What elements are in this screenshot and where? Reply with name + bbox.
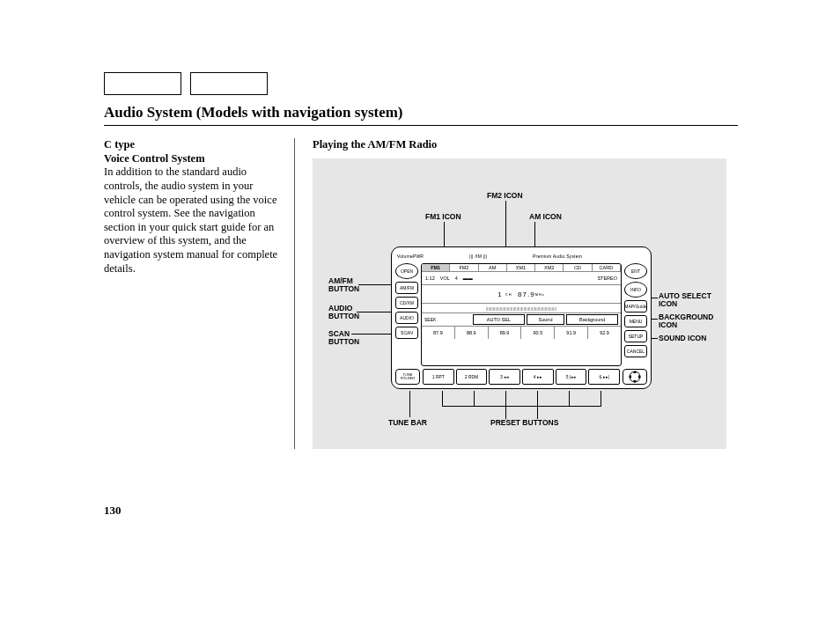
body-text: In addition to the standard audio contro… (104, 165, 284, 276)
right-column: Playing the AM/FM Radio FM2 ICON FM1 ICO… (313, 138, 738, 449)
sound-icon-label: SOUND ICON (659, 335, 706, 342)
ch-label: CH (505, 292, 512, 297)
tab-xm1: XM1 (507, 264, 535, 271)
tune-bar: ||||||||||||||||||||||||||||||||||||||||… (422, 304, 621, 313)
leader (537, 391, 538, 419)
map-button: MAP/Guide (624, 300, 647, 312)
display-screen: FM1 FM2 AM XM1 XM2 CD CARD 1:12 VOL (421, 263, 622, 366)
hw-preset-6: 6 ▸▸| (588, 369, 620, 385)
tab-fm2: FM2 (450, 264, 478, 271)
preset-6: 92.9 (588, 327, 621, 339)
preset-2: 88.9 (455, 327, 489, 339)
leader (442, 406, 601, 407)
unit-header: VolumePWR ||| XM ||| Premium Audio Syste… (395, 251, 647, 261)
top-tab-2 (190, 72, 268, 95)
leader (505, 391, 506, 419)
background-icon-label: BACKGROUND ICON (659, 313, 713, 330)
preset-1: 87.9 (422, 327, 455, 339)
ch-value: 1 (497, 290, 502, 298)
preset-3: 89.9 (489, 327, 522, 339)
leader (474, 391, 475, 407)
hw-preset-4: 4 ▸▸ (522, 369, 554, 385)
fm1-icon-label: FM1 ICON (425, 213, 461, 221)
page-title: Audio System (Models with navigation sys… (104, 104, 738, 126)
left-column: C type Voice Control System In addition … (104, 138, 295, 449)
joystick (623, 369, 647, 385)
head-unit: VolumePWR ||| XM ||| Premium Audio Syste… (391, 246, 652, 389)
tab-am: AM (479, 264, 507, 271)
leader (442, 391, 443, 407)
hw-presets: 1 RPT 2 RDM 3 ◂◂ 4 ▸▸ 5 |◂◂ 6 ▸▸| (423, 369, 620, 385)
fm2-icon-label: FM2 ICON (487, 192, 523, 200)
vol-value: 4 (455, 276, 458, 281)
joystick-icon (628, 370, 642, 384)
illustration-area: FM2 ICON FM1 ICON AM ICON AM/FM BUTTON A… (313, 158, 726, 449)
leader (357, 312, 394, 312)
tab-card: CARD (593, 264, 621, 271)
tab-cd: CD (564, 264, 592, 271)
left-side-col: OPEN AM/FM CD/XM AUDIO SCAN (395, 263, 418, 366)
auto-select-icon-label: AUTO SELECT ICON (659, 292, 711, 309)
scan-button: SCAN (395, 327, 418, 339)
band-tabs: FM1 FM2 AM XM1 XM2 CD CARD (422, 264, 621, 272)
preset-row: 87.9 88.9 89.9 90.5 91.9 92.9 (422, 327, 621, 339)
leader (351, 334, 394, 335)
hw-preset-5: 5 |◂◂ (556, 369, 587, 385)
leader (601, 391, 601, 407)
time-value: 1:12 (425, 276, 435, 281)
background-icon: Background (566, 314, 618, 325)
audio-button: AUDIO (395, 312, 418, 324)
leader (569, 391, 570, 407)
am-icon-label: AM ICON (529, 213, 562, 221)
leader (358, 284, 394, 285)
info-row: 1:12 VOL 4 ▬▬ STEREO (422, 272, 621, 285)
xm-label: ||| XM ||| (469, 254, 487, 259)
tune-knob: TUNE FOLDER (395, 369, 420, 385)
stereo-label: STEREO (597, 276, 617, 281)
hw-preset-1: 1 RPT (423, 369, 454, 385)
scan-button-label: SCAN BUTTON (328, 330, 359, 347)
preset-buttons-label: PRESET BUTTONS (490, 419, 558, 427)
setup-button: SETUP (624, 330, 647, 342)
voice-control-heading: Voice Control System (104, 152, 284, 166)
tab-fm1: FM1 (422, 264, 450, 271)
cdxm-button: CD/XM (395, 297, 418, 309)
page-number: 130 (104, 504, 122, 518)
auto-sel-icon: AUTO SEL (473, 314, 525, 325)
freq-unit: MHz (535, 292, 545, 297)
sound-icon: Sound (527, 314, 565, 325)
premium-audio-label: Premium Audio System (533, 254, 582, 259)
hw-preset-3: 3 ◂◂ (489, 369, 520, 385)
cancel-button: CANCEL (624, 345, 647, 357)
freq-value: 87.9 (518, 290, 535, 298)
top-tab-1 (104, 72, 181, 95)
ent-button: ENT (624, 263, 647, 279)
open-button: OPEN (395, 263, 418, 279)
right-side-col: ENT INFO MAP/Guide MENU SETUP CANCEL (624, 263, 647, 366)
tab-xm2: XM2 (535, 264, 564, 271)
vol-label: VOL (440, 276, 450, 281)
info-button: INFO (624, 282, 647, 298)
tune-bar-label: TUNE BAR (388, 419, 427, 427)
ctype-heading: C type (104, 138, 284, 152)
hw-preset-2: 2 RDM (456, 369, 488, 385)
amfm-button: AM/FM (395, 282, 418, 294)
freq-row: 1 CH 87.9 MHz (422, 285, 621, 304)
seek-row: SEEK AUTO SEL Sound Background (422, 313, 621, 327)
menu-button: MENU (624, 315, 647, 327)
amfm-button-label: AM/FM BUTTON (328, 277, 359, 294)
audio-button-label: AUDIO BUTTON (328, 305, 359, 321)
vol-pwr-label: VolumePWR (397, 254, 424, 259)
seek-label: SEEK (424, 317, 436, 322)
leader (409, 391, 410, 417)
preset-5: 91.9 (555, 327, 588, 339)
section-heading: Playing the AM/FM Radio (313, 138, 738, 151)
preset-4: 90.5 (521, 327, 555, 339)
